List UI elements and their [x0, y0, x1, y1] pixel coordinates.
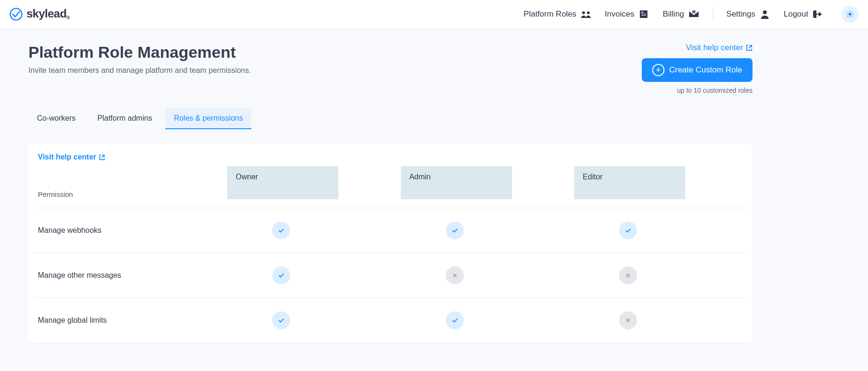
billing-icon: $ — [688, 9, 700, 19]
permission-cell — [401, 311, 575, 329]
logout-icon — [812, 9, 824, 19]
card-help-label: Visit help center — [38, 153, 96, 161]
permission-cell — [574, 311, 748, 329]
svg-text:$: $ — [693, 10, 694, 13]
role-header-admin: Admin — [401, 166, 512, 199]
permission-name: Manage global limits — [33, 316, 227, 325]
roles-icon — [580, 9, 592, 19]
nav-label: Logout — [784, 9, 808, 19]
tab-platform-admins[interactable]: Platform admins — [89, 108, 161, 129]
svg-rect-4 — [641, 12, 643, 13]
invoice-icon — [638, 9, 649, 19]
svg-line-15 — [848, 12, 849, 13]
permission-cell — [227, 266, 401, 284]
nav-settings[interactable]: Settings — [726, 9, 771, 19]
create-btn-label: Create Custom Role — [669, 65, 742, 75]
roles-limit-text: up to 10 customized roles — [642, 87, 753, 94]
table-header-row: Permission Owner Admin Editor — [33, 166, 748, 208]
brand-name: skylead® — [27, 7, 70, 21]
table-row: Manage webhooks — [33, 208, 748, 253]
help-center-link[interactable]: Visit help center — [686, 43, 753, 53]
permission-cell — [401, 266, 575, 284]
cross-icon — [619, 311, 637, 329]
nav-logout[interactable]: Logout — [784, 9, 824, 19]
svg-point-10 — [849, 13, 851, 16]
permission-cell — [401, 221, 575, 239]
svg-line-17 — [848, 16, 849, 17]
sun-icon — [846, 10, 854, 18]
user-icon — [759, 9, 771, 19]
check-icon — [272, 221, 290, 239]
page-header-row: Platform Role Management Invite team mem… — [28, 43, 753, 94]
check-icon — [272, 311, 290, 329]
svg-point-1 — [582, 11, 585, 14]
page-title: Platform Role Management — [28, 43, 251, 62]
nav-platform-roles[interactable]: Platform Roles — [523, 9, 591, 19]
nav-invoices[interactable]: Invoices — [605, 9, 649, 19]
check-icon — [446, 221, 464, 239]
table-row: Manage global limits — [33, 298, 748, 343]
svg-point-2 — [587, 11, 590, 14]
nav-divider — [713, 7, 713, 21]
top-nav: Platform Roles Invoices Billing $ Settin… — [523, 6, 859, 23]
tab-label: Roles & permissions — [174, 114, 243, 122]
cross-icon — [446, 266, 464, 284]
svg-rect-5 — [641, 14, 646, 14]
page-actions: Visit help center + Create Custom Role u… — [642, 43, 753, 94]
svg-line-16 — [852, 16, 853, 17]
tab-roles-permissions[interactable]: Roles & permissions — [165, 108, 251, 129]
role-header-editor: Editor — [574, 166, 685, 199]
permission-cell — [574, 221, 748, 239]
tabs: Co-workers Platform admins Roles & permi… — [28, 108, 753, 129]
main-container: Platform Role Management Invite team mem… — [0, 29, 781, 357]
permission-name: Manage webhooks — [33, 226, 227, 235]
permission-cell — [227, 221, 401, 239]
permission-column-header: Permission — [33, 190, 227, 199]
theme-toggle[interactable] — [841, 6, 859, 23]
help-link-label: Visit help center — [686, 43, 743, 53]
tab-label: Platform admins — [97, 114, 152, 122]
cross-icon — [619, 266, 637, 284]
table-row: Manage other messages — [33, 253, 748, 298]
tab-coworkers[interactable]: Co-workers — [28, 108, 84, 129]
app-header: skylead® Platform Roles Invoices Billing… — [0, 0, 868, 29]
page-subtitle: Invite team members and manage platform … — [28, 66, 251, 75]
svg-point-0 — [10, 9, 22, 20]
nav-billing[interactable]: Billing $ — [663, 9, 699, 19]
card-help-link[interactable]: Visit help center — [38, 153, 105, 161]
page-heading: Platform Role Management Invite team mem… — [28, 43, 251, 75]
nav-label: Platform Roles — [523, 9, 576, 19]
skylead-icon — [9, 8, 23, 21]
plus-circle-icon: + — [652, 64, 664, 76]
permission-cell — [227, 311, 401, 329]
check-icon — [619, 221, 637, 239]
nav-label: Billing — [663, 9, 684, 19]
role-header-owner: Owner — [227, 166, 338, 199]
permission-name: Manage other messages — [33, 271, 227, 280]
check-icon — [446, 311, 464, 329]
svg-point-9 — [763, 10, 767, 14]
nav-label: Settings — [726, 9, 755, 19]
permissions-table: Permission Owner Admin Editor Manage web… — [33, 166, 748, 343]
brand-logo[interactable]: skylead® — [9, 7, 70, 21]
check-icon — [272, 266, 290, 284]
permission-cell — [574, 266, 748, 284]
external-link-icon — [99, 154, 105, 160]
tab-label: Co-workers — [37, 114, 76, 122]
create-custom-role-button[interactable]: + Create Custom Role — [642, 58, 753, 82]
svg-line-18 — [852, 12, 853, 13]
permissions-card: Visit help center Permission Owner Admin… — [28, 143, 753, 343]
external-link-icon — [746, 44, 753, 51]
svg-rect-6 — [641, 15, 646, 16]
nav-label: Invoices — [605, 9, 634, 19]
